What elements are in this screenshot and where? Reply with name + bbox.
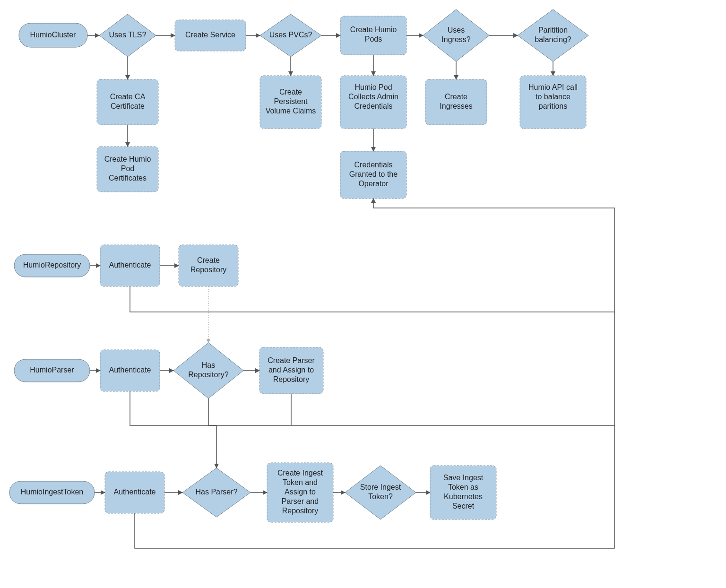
flowchart-diagram: HumioCluster Uses TLS? Create Service Us… [0, 0, 726, 588]
label-uses-tls: Uses TLS? [109, 31, 147, 39]
node-has-parser: Has Parser? [182, 468, 251, 517]
label-auth-ingest: Authenticate [114, 488, 156, 496]
label-humio-cluster: HumioCluster [30, 31, 77, 39]
label-humio-parser: HumioParser [30, 366, 74, 374]
label-uses-pvcs: Uses PVCs? [269, 31, 312, 39]
label-humio-ingest-token: HumioIngestToken [21, 488, 84, 496]
node-store-ingest-token: Store IngestToken? [345, 466, 416, 519]
svg-text:Humio PodCollects AdminCredent: Humio PodCollects AdminCredentials [348, 83, 398, 110]
label-has-parser: Has Parser? [196, 488, 238, 496]
node-partition-balancing: Parititionbalancing? [518, 9, 588, 61]
node-uses-ingress: UsesIngress? [423, 9, 489, 61]
label-auth-parser: Authenticate [109, 366, 151, 374]
label-create-service: Create Service [185, 31, 235, 39]
svg-text:Create Parserand Assign toRepo: Create Parserand Assign toRepository [268, 356, 315, 383]
edge-hasrepo-hasparser [208, 398, 216, 468]
node-has-repository: HasRepository? [173, 343, 243, 398]
label-humio-repository: HumioRepository [23, 261, 81, 269]
label-auth-repo: Authenticate [109, 261, 151, 269]
node-uses-tls: Uses TLS? [99, 14, 156, 57]
node-uses-pvcs: Uses PVCs? [260, 14, 321, 57]
